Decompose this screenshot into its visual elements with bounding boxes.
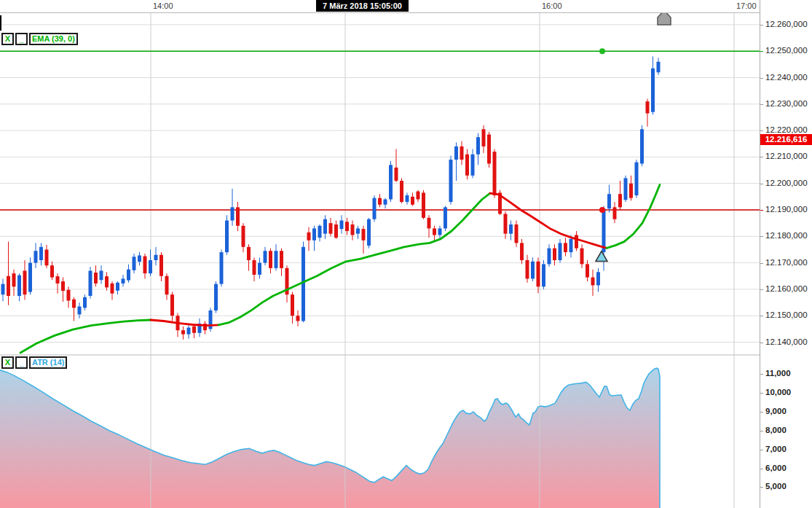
atr-close-button[interactable]: X xyxy=(1,356,14,369)
candle xyxy=(253,260,256,275)
candle xyxy=(39,247,43,260)
candle xyxy=(34,251,38,262)
candle xyxy=(236,207,240,225)
candle xyxy=(406,195,409,202)
candle xyxy=(433,228,436,235)
candle xyxy=(100,270,103,280)
candle xyxy=(515,224,519,243)
candle xyxy=(356,228,360,233)
candle xyxy=(542,264,545,286)
candle xyxy=(269,251,272,268)
candle xyxy=(657,62,661,73)
price-tick-label: 12.210,000 xyxy=(765,152,808,160)
candle xyxy=(493,152,497,195)
ema-indicator-label[interactable]: EMA (39, 0) xyxy=(29,33,78,45)
candle xyxy=(559,243,562,260)
price-tick-label: 12.220,000 xyxy=(765,125,808,134)
candle xyxy=(127,270,130,281)
candle xyxy=(646,101,650,113)
axis-tick xyxy=(760,431,763,431)
candle xyxy=(83,297,87,308)
ema-line-down xyxy=(151,320,218,326)
axis-tick xyxy=(760,343,763,343)
alert-dot[interactable] xyxy=(599,207,605,213)
candle xyxy=(61,281,65,291)
ema-minimize-button[interactable]: _ xyxy=(15,33,28,45)
axis-tick xyxy=(760,469,763,469)
candle xyxy=(553,249,556,260)
left-edge-tick xyxy=(0,15,1,31)
time-tick-label: 16:00 xyxy=(542,1,562,10)
price-tick-label: 12.190,000 xyxy=(765,205,808,214)
axis-tick xyxy=(760,25,763,26)
atr-tick-label: 11,000 xyxy=(765,369,791,378)
axis-tick xyxy=(760,157,763,157)
price-tick-label: 12.230,000 xyxy=(765,99,808,108)
ema-line-up xyxy=(218,193,490,325)
price-tick-label: 12.240,000 xyxy=(765,73,808,82)
candle xyxy=(384,199,387,204)
axis-tick xyxy=(760,393,763,394)
candle xyxy=(438,228,442,235)
chart-canvas[interactable] xyxy=(0,0,812,508)
atr-area-fill xyxy=(0,368,660,508)
atr-indicator-label[interactable]: ATR (14) xyxy=(29,356,67,369)
atr-tick-label: 6,000 xyxy=(765,464,787,472)
candle xyxy=(138,255,141,262)
candle xyxy=(449,160,453,202)
candle xyxy=(242,226,245,247)
ema-close-button[interactable]: X xyxy=(1,33,14,45)
candle xyxy=(580,249,584,265)
alert-dot[interactable] xyxy=(599,48,605,54)
price-tick-label: 12.180,000 xyxy=(765,231,808,240)
candle xyxy=(122,278,125,284)
candle xyxy=(378,198,382,205)
price-tick-label: 12.140,000 xyxy=(765,337,808,346)
axis-tick xyxy=(760,210,763,211)
candle xyxy=(569,239,573,252)
candle xyxy=(94,273,98,284)
candle xyxy=(45,249,49,265)
candle xyxy=(465,155,469,176)
price-tick-label: 12.200,000 xyxy=(765,179,808,187)
candle xyxy=(7,276,10,296)
candle xyxy=(640,129,644,163)
axis-tick xyxy=(760,184,763,184)
candle xyxy=(275,251,278,268)
candle xyxy=(575,235,578,248)
candle xyxy=(264,251,267,262)
candle xyxy=(564,243,567,252)
candle xyxy=(181,330,185,334)
ema-indicator-header: X _ EMA (39, 0) xyxy=(1,33,78,45)
candle xyxy=(482,129,486,146)
candle xyxy=(422,192,425,217)
price-tick-label: 12.250,000 xyxy=(765,46,808,55)
candle xyxy=(23,270,27,294)
candle xyxy=(12,273,16,286)
candle xyxy=(629,184,633,198)
candle xyxy=(591,278,595,286)
last-price-badge: 12.216,616 xyxy=(760,134,812,145)
atr-minimize-button[interactable]: _ xyxy=(15,356,28,369)
triangle-marker-icon[interactable] xyxy=(596,251,607,262)
candle xyxy=(159,255,163,276)
candle xyxy=(220,252,224,284)
candle xyxy=(89,270,92,295)
candle xyxy=(427,218,431,229)
candle xyxy=(520,243,524,260)
candle xyxy=(373,198,377,219)
candle xyxy=(389,165,393,199)
candle xyxy=(231,207,234,220)
axis-tick xyxy=(760,450,763,450)
candle xyxy=(548,249,551,265)
axis-tick xyxy=(760,316,763,316)
axis-tick xyxy=(760,104,763,105)
candle xyxy=(149,260,152,273)
candle xyxy=(526,260,529,278)
axis-tick xyxy=(760,374,763,375)
candle xyxy=(329,223,333,234)
candle xyxy=(323,219,327,234)
price-axis[interactable]: 12.216,616 12.260,00012.250,00012.240,00… xyxy=(760,0,812,508)
candle xyxy=(280,251,283,268)
candle xyxy=(50,265,54,277)
